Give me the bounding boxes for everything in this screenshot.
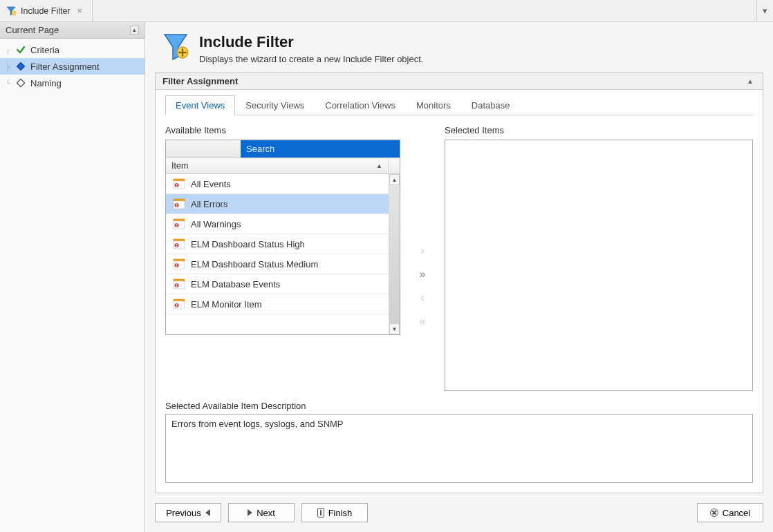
cancel-button[interactable]: Cancel	[697, 503, 763, 522]
scroll-down-button[interactable]: ▼	[389, 323, 400, 334]
search-input[interactable]	[241, 140, 400, 158]
svg-rect-17	[176, 224, 178, 226]
move-right-button[interactable]: ›	[412, 243, 433, 259]
tab-correlation-views[interactable]: Correlation Views	[315, 95, 406, 115]
sidebar-scroll-up[interactable]: ▴	[130, 26, 139, 35]
event-view-icon	[173, 218, 185, 229]
step-label: Naming	[30, 78, 62, 88]
list-item-label: All Errors	[191, 199, 227, 209]
list-item[interactable]: All Events	[166, 174, 389, 194]
sidebar-title: Current Page	[6, 25, 59, 35]
window-tab[interactable]: Include Filter ×	[0, 0, 93, 21]
window-tab-title: Include Filter	[21, 6, 71, 16]
svg-rect-18	[176, 226, 178, 227]
svg-rect-27	[176, 264, 178, 266]
page-title: Include Filter	[199, 33, 423, 51]
panel-header: Filter Assignment ▲	[156, 73, 763, 90]
move-all-right-button[interactable]: »	[412, 266, 433, 283]
description-box: Errors from event logs, syslogs, and SNM…	[165, 414, 753, 483]
list-item-label: All Events	[191, 179, 231, 189]
step-label: Filter Assignment	[30, 61, 100, 72]
event-view-icon	[173, 278, 185, 289]
svg-rect-37	[176, 304, 178, 306]
selected-items-label: Selected Items	[445, 125, 753, 135]
content-area: Include Filter Displays the wizard to cr…	[145, 22, 773, 532]
filter-assignment-panel: Filter Assignment ▲ Event Views Security…	[155, 73, 763, 493]
svg-rect-24	[174, 259, 185, 261]
svg-rect-2	[17, 79, 24, 86]
panel-title-text: Filter Assignment	[162, 76, 238, 86]
list-item[interactable]: ELM Monitor Item	[166, 294, 389, 314]
scroll-thumb[interactable]	[389, 185, 400, 323]
event-view-icon	[173, 198, 185, 209]
tab-event-views[interactable]: Event Views	[165, 95, 235, 115]
list-item-label: ELM Dashboard Status High	[191, 239, 305, 249]
event-view-icon	[173, 178, 185, 189]
svg-rect-8	[176, 186, 178, 187]
page-header: Include Filter Displays the wizard to cr…	[145, 22, 773, 73]
filter-icon	[6, 6, 17, 17]
collapse-icon[interactable]: ▲	[745, 77, 756, 85]
svg-rect-13	[176, 206, 178, 207]
finish-icon	[317, 508, 324, 517]
list-item-label: All Warnings	[191, 219, 241, 229]
svg-rect-19	[174, 239, 185, 241]
step-criteria[interactable]: ┌ Criteria	[0, 41, 145, 58]
check-icon	[15, 44, 26, 55]
svg-rect-4	[174, 179, 185, 181]
step-label: Criteria	[30, 45, 59, 55]
svg-rect-33	[176, 286, 178, 287]
triangle-left-icon	[205, 509, 210, 516]
svg-rect-22	[176, 244, 178, 246]
close-icon[interactable]: ×	[75, 6, 86, 16]
list-item-label: ELM Dashboard Status Medium	[191, 259, 318, 269]
sort-asc-icon: ▲	[376, 162, 382, 169]
vertical-scrollbar[interactable]: ▲ ▼	[389, 174, 400, 334]
cancel-icon	[710, 509, 718, 517]
column-header-item[interactable]: Item ▲	[166, 158, 389, 173]
next-button[interactable]: Next	[228, 503, 295, 522]
event-view-icon	[173, 258, 185, 269]
list-item[interactable]: ELM Database Events	[166, 274, 389, 294]
event-view-icon	[173, 298, 185, 310]
svg-rect-14	[174, 219, 185, 221]
available-items-list: Item ▲ All EventsAll ErrorsAll WarningsE…	[165, 140, 400, 335]
finish-button[interactable]: Finish	[301, 503, 368, 522]
scroll-up-button[interactable]: ▲	[389, 174, 400, 185]
list-item[interactable]: All Warnings	[166, 214, 389, 234]
step-naming[interactable]: └ Naming	[0, 75, 145, 91]
list-item-label: ELM Database Events	[191, 279, 280, 289]
svg-rect-12	[176, 204, 178, 206]
tab-database[interactable]: Database	[461, 95, 521, 115]
sidebar: Current Page ▴ ┌ Criteria ├ Filter Assig…	[0, 22, 145, 532]
svg-rect-23	[176, 246, 178, 247]
list-item[interactable]: ELM Dashboard Status Medium	[166, 254, 389, 274]
selected-items-list[interactable]	[445, 140, 753, 391]
triangle-right-icon	[248, 509, 252, 516]
step-filter-assignment[interactable]: ├ Filter Assignment	[0, 58, 145, 75]
wizard-steps: ┌ Criteria ├ Filter Assignment └ Naming	[0, 39, 145, 94]
diamond-outline-icon	[15, 77, 26, 88]
tab-security-views[interactable]: Security Views	[235, 95, 315, 115]
list-item[interactable]: ELM Dashboard Status High	[166, 234, 389, 254]
tab-monitors[interactable]: Monitors	[406, 95, 461, 115]
svg-rect-34	[174, 299, 185, 301]
svg-rect-29	[174, 279, 185, 281]
event-view-icon	[173, 238, 185, 249]
previous-button[interactable]: Previous	[155, 503, 221, 522]
move-left-button[interactable]: ‹	[412, 289, 433, 306]
inner-tabs: Event Views Security Views Correlation V…	[165, 95, 753, 115]
list-item[interactable]: All Errors	[166, 194, 389, 214]
include-filter-icon	[162, 32, 189, 62]
tabbar-dropdown[interactable]: ▾	[756, 0, 773, 21]
sidebar-header: Current Page ▴	[0, 22, 145, 39]
window-tabbar: Include Filter × ▾	[0, 0, 773, 22]
svg-rect-38	[176, 306, 178, 307]
svg-rect-7	[176, 184, 178, 186]
svg-point-0	[12, 11, 16, 15]
wizard-footer: Previous Next Finish Cancel	[145, 497, 773, 532]
diamond-blue-icon	[15, 61, 26, 72]
svg-rect-1	[17, 62, 24, 70]
svg-rect-28	[176, 266, 178, 267]
move-all-left-button[interactable]: «	[412, 313, 433, 330]
